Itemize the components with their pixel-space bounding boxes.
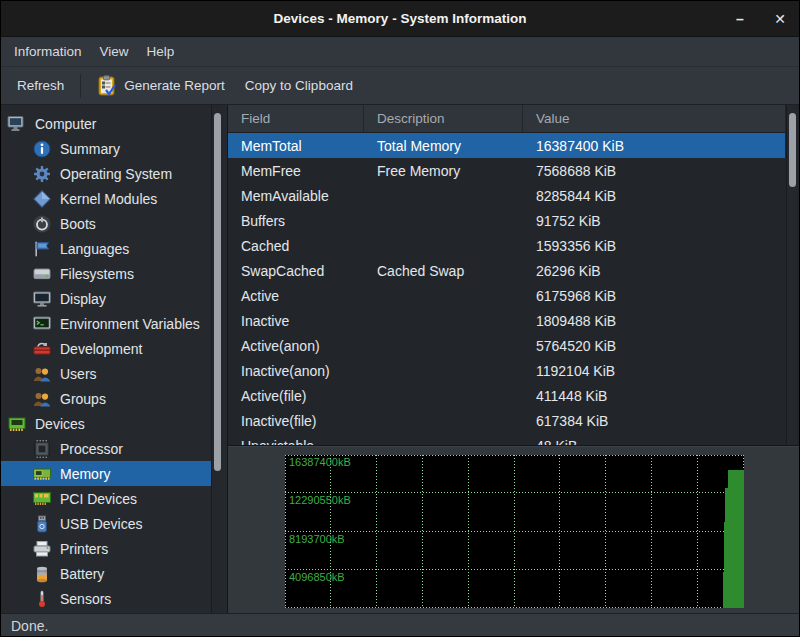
minimize-button[interactable]: –	[731, 10, 749, 28]
toolbar-button-label: Refresh	[17, 78, 64, 93]
sidebar-tree: ComputerSummaryOperating SystemKernel Mo…	[1, 105, 228, 613]
copy-to-clipboard-button[interactable]: Copy to Clipboard	[235, 72, 363, 99]
sidebar-item-label: USB Devices	[60, 516, 142, 532]
sidebar-item-label: Groups	[60, 391, 106, 407]
sidebar-item-label: Environment Variables	[60, 316, 200, 332]
sensors-icon	[32, 589, 52, 609]
table-row[interactable]: SwapCachedCached Swap26296 KiB	[228, 258, 785, 283]
table-row[interactable]: Inactive(file)617384 KiB	[228, 408, 785, 433]
development-icon	[32, 339, 52, 359]
table-cell: Cached	[228, 238, 364, 254]
table-cell: 1192104 KiB	[523, 363, 785, 379]
sidebar-item-label: Battery	[60, 566, 104, 582]
table-cell: 1593356 KiB	[523, 238, 785, 254]
table-cell: Buffers	[228, 213, 364, 229]
sidebar-item-summary[interactable]: Summary	[1, 136, 211, 161]
column-header-field[interactable]: Field	[228, 105, 364, 132]
sidebar-item-languages[interactable]: Languages	[1, 236, 211, 261]
devices-icon	[7, 414, 27, 434]
window-title: Devices - Memory - System Information	[274, 11, 527, 26]
sidebar-item-label: Kernel Modules	[60, 191, 157, 207]
chart-ylabel: 4096850kB	[289, 571, 345, 583]
groups-icon	[32, 389, 52, 409]
table-row[interactable]: Inactive1809488 KiB	[228, 308, 785, 333]
toolbar-button-label: Generate Report	[124, 78, 225, 93]
table-cell: Inactive(file)	[228, 413, 364, 429]
table-scrollbar[interactable]	[786, 105, 797, 445]
boots-icon	[32, 214, 52, 234]
sidebar-item-label: Devices	[35, 416, 85, 432]
table-row[interactable]: Inactive(anon)1192104 KiB	[228, 358, 785, 383]
table-row[interactable]: Buffers91752 KiB	[228, 208, 785, 233]
sidebar-item-label: Operating System	[60, 166, 172, 182]
sidebar-item-processor[interactable]: Processor	[1, 436, 211, 461]
sidebar-item-sensors[interactable]: Sensors	[1, 586, 211, 611]
sidebar-item-label: Languages	[60, 241, 129, 257]
table-cell: Active(file)	[228, 388, 364, 404]
menubar: InformationViewHelp	[1, 37, 799, 67]
sidebar-item-memory[interactable]: Memory	[1, 461, 211, 486]
kernel-modules-icon	[32, 189, 52, 209]
table-row[interactable]: MemFreeFree Memory7568688 KiB	[228, 158, 785, 183]
table-row[interactable]: MemAvailable8285844 KiB	[228, 183, 785, 208]
memory-usage-chart: 16387400kB12290550kB8193700kB4096850kB	[285, 455, 744, 608]
table-cell: 48 KiB	[523, 438, 785, 447]
table-cell: 16387400 KiB	[523, 138, 785, 154]
table-cell: 411448 KiB	[523, 388, 785, 404]
sidebar-item-label: Display	[60, 291, 106, 307]
sidebar-item-devices[interactable]: Devices	[1, 411, 211, 436]
sidebar-item-display[interactable]: Display	[1, 286, 211, 311]
sidebar-item-usb-devices[interactable]: USB Devices	[1, 511, 211, 536]
table-cell: Free Memory	[364, 163, 523, 179]
table-row[interactable]: Active(file)411448 KiB	[228, 383, 785, 408]
main-area: ComputerSummaryOperating SystemKernel Mo…	[1, 105, 799, 613]
close-button[interactable]: ✕	[771, 10, 789, 28]
sidebar-item-filesystems[interactable]: Filesystems	[1, 261, 211, 286]
sidebar-item-environment-variables[interactable]: Environment Variables	[1, 311, 211, 336]
filesystems-icon	[32, 264, 52, 284]
sidebar-item-pci-devices[interactable]: PCI Devices	[1, 486, 211, 511]
menu-help[interactable]: Help	[138, 40, 184, 63]
sidebar-item-boots[interactable]: Boots	[1, 211, 211, 236]
sidebar-scrollbar-thumb[interactable]	[214, 113, 221, 471]
menu-information[interactable]: Information	[5, 40, 91, 63]
generate-report-button[interactable]: Generate Report	[87, 69, 235, 103]
sidebar-item-groups[interactable]: Groups	[1, 386, 211, 411]
status-text: Done.	[11, 618, 48, 634]
sidebar-item-battery[interactable]: Battery	[1, 561, 211, 586]
statusbar: Done.	[1, 613, 799, 637]
menu-view[interactable]: View	[91, 40, 138, 63]
sidebar-item-kernel-modules[interactable]: Kernel Modules	[1, 186, 211, 211]
table-cell: Active(anon)	[228, 338, 364, 354]
refresh-button[interactable]: Refresh	[7, 72, 74, 99]
sidebar-scrollbar[interactable]	[211, 105, 222, 613]
table-cell: 617384 KiB	[523, 413, 785, 429]
sidebar-item-label: Memory	[60, 466, 111, 482]
sidebar-item-operating-system[interactable]: Operating System	[1, 161, 211, 186]
sidebar-item-printers[interactable]: Printers	[1, 536, 211, 561]
sidebar-item-development[interactable]: Development	[1, 336, 211, 361]
pci-devices-icon	[32, 489, 52, 509]
operating-system-icon	[32, 164, 52, 184]
sidebar-item-users[interactable]: Users	[1, 361, 211, 386]
users-icon	[32, 364, 52, 384]
table-cell: Total Memory	[364, 138, 523, 154]
table-cell: SwapCached	[228, 263, 364, 279]
column-header-description[interactable]: Description	[364, 105, 523, 132]
app-window: Devices - Memory - System Information – …	[0, 0, 800, 637]
table-cell: Unevictable	[228, 438, 364, 447]
sidebar-item-label: Printers	[60, 541, 108, 557]
usb-devices-icon	[32, 514, 52, 534]
table-row[interactable]: Active6175968 KiB	[228, 283, 785, 308]
table-cell: MemAvailable	[228, 188, 364, 204]
table-row[interactable]: Unevictable48 KiB	[228, 433, 785, 446]
table-cell: 26296 KiB	[523, 263, 785, 279]
sidebar-item-label: Sensors	[60, 591, 111, 607]
table-row[interactable]: Cached1593356 KiB	[228, 233, 785, 258]
sidebar-item-computer[interactable]: Computer	[1, 111, 211, 136]
table-row[interactable]: MemTotalTotal Memory16387400 KiB	[228, 133, 785, 158]
table-scrollbar-thumb[interactable]	[789, 113, 796, 187]
column-header-value[interactable]: Value	[523, 105, 785, 132]
memory-graph-pane[interactable]: 16387400kB12290550kB8193700kB4096850kB	[228, 446, 799, 613]
table-row[interactable]: Active(anon)5764520 KiB	[228, 333, 785, 358]
